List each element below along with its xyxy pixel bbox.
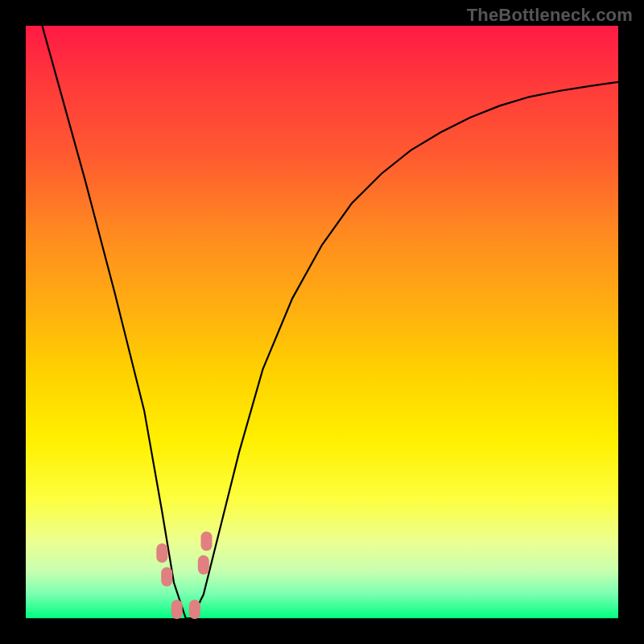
chart-frame: TheBottleneck.com [0,0,644,644]
chart-svg [26,26,618,618]
chart-plot-area [26,26,618,618]
curve-marker [198,555,209,575]
marker-group [156,531,212,619]
curve-marker [161,568,172,587]
watermark-text: TheBottleneck.com [467,5,633,26]
bottleneck-curve [26,0,618,618]
curve-marker [156,543,167,563]
curve-marker [201,531,213,551]
curve-marker [171,600,183,619]
curve-marker [189,600,200,619]
